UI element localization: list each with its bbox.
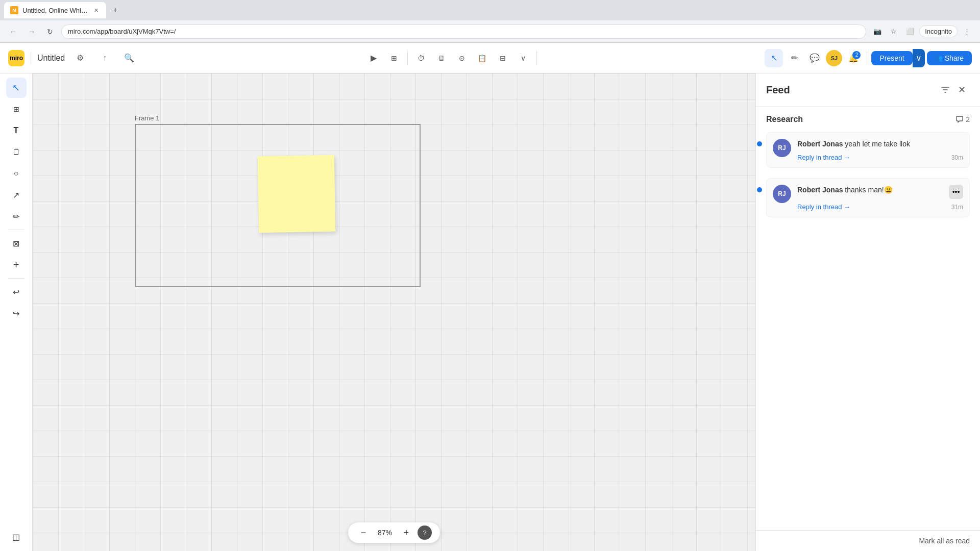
more-options-button[interactable]: ••• [949, 185, 963, 199]
help-button[interactable]: ? [418, 525, 432, 540]
tool-sticky-note[interactable]: 🗒 [6, 142, 27, 162]
tab-title: Untitled, Online Whiteboard for [22, 7, 88, 14]
extension-icon[interactable]: ⬜ [903, 24, 917, 39]
toolbar-divider-2 [536, 51, 537, 65]
feed-item-2: RJ Robert Jonas thanks man!😀 ••• Reply i… [766, 178, 970, 217]
tool-delete[interactable]: ⊠ [6, 233, 27, 254]
header-divider-1 [31, 52, 31, 64]
feed-footer: Mark all as read [756, 530, 980, 551]
tool-arrow-right[interactable]: ▶ [364, 49, 383, 67]
tool-frames[interactable]: ⊞ [385, 49, 403, 67]
canvas-area[interactable]: Frame 1 − 87% + ? [33, 73, 755, 551]
tool-collapse[interactable]: ◫ [6, 527, 27, 547]
tab-bar: M Untitled, Online Whiteboard for ✕ + [0, 0, 980, 20]
app-header: miro Untitled ⚙ ↑ 🔍 ▶ ⊞ ⏱ 🖥 ⊙ 📋 ⊟ ∨ ↖ ✏ … [0, 43, 980, 73]
profile-button[interactable]: Incognito [919, 26, 958, 37]
tool-more[interactable]: ∨ [514, 49, 532, 67]
tool-text[interactable]: T [6, 120, 27, 141]
tool-shapes[interactable]: ○ [6, 163, 27, 184]
frame-label: Frame 1 [135, 114, 421, 122]
feed-section-header: Research 2 [766, 115, 970, 124]
tool-focus[interactable]: ⊙ [453, 49, 471, 67]
left-toolbar: ↖ ⊞ T 🗒 ○ ↗ ✏ ⊠ + ↩ ↪ ◫ [0, 73, 33, 551]
settings-button[interactable]: ⚙ [71, 49, 89, 67]
feed-item-wrapper-1: RJ Robert Jonas yeah let me take llok Re… [766, 132, 970, 168]
unread-dot-1 [757, 141, 762, 146]
board-title[interactable]: Untitled [37, 54, 65, 63]
search-button[interactable]: 🔍 [120, 49, 138, 67]
reload-button[interactable]: ↻ [43, 24, 57, 39]
browser-chrome: M Untitled, Online Whiteboard for ✕ + ← … [0, 0, 980, 43]
zoom-minus-button[interactable]: − [356, 525, 371, 540]
browser-toolbar: ← → ↻ miro.com/app/board/uXjVMqk7Vtw=/ 📷… [0, 20, 980, 43]
feed-item-footer-2: Reply in thread → 31m [797, 203, 963, 211]
feed-item-text-2: Robert Jonas thanks man!😀 [797, 185, 945, 195]
unread-dot-2 [757, 187, 762, 192]
feed-item-1: RJ Robert Jonas yeah let me take llok Re… [766, 132, 970, 168]
feed-comment-count: 2 [955, 115, 970, 123]
present-button[interactable]: Present [871, 51, 912, 65]
feed-item-content-1: Robert Jonas yeah let me take llok Reply… [797, 139, 963, 161]
frame-1[interactable]: Frame 1 [135, 114, 421, 278]
tool-redo[interactable]: ↪ [6, 303, 27, 323]
reply-thread-link-1[interactable]: Reply in thread → [797, 154, 850, 161]
tool-add[interactable]: + [6, 255, 27, 275]
marker-tool[interactable]: ✏ [785, 49, 803, 67]
tab-favicon: M [10, 6, 18, 14]
feed-author-1: Robert Jonas [797, 140, 843, 148]
miro-logo-icon: miro [8, 50, 24, 66]
feed-time-1: 30m [951, 154, 963, 161]
notification-button[interactable]: 🔔 2 [844, 49, 863, 67]
address-bar[interactable]: miro.com/app/board/uXjVMqk7Vtw=/ [61, 24, 866, 39]
browser-toolbar-icons: 📷 ☆ ⬜ Incognito ⋮ [870, 24, 974, 39]
tab-close-button[interactable]: ✕ [92, 6, 100, 14]
menu-icon[interactable]: ⋮ [960, 24, 974, 39]
reply-thread-link-2[interactable]: Reply in thread → [797, 203, 850, 211]
feed-section-title: Research [766, 115, 955, 124]
miro-logo: miro [8, 50, 24, 66]
tool-screen[interactable]: 🖥 [432, 49, 451, 67]
feed-header: Feed ✕ [756, 73, 980, 107]
canvas-grid: Frame 1 [33, 73, 755, 551]
comment-tool[interactable]: 💬 [805, 49, 824, 67]
zoom-bar: − 87% + ? [348, 522, 440, 543]
tool-timer[interactable]: ⏱ [412, 49, 430, 67]
notification-badge: 2 [852, 51, 861, 59]
tool-frames-left[interactable]: ⊞ [6, 99, 27, 119]
back-button[interactable]: ← [6, 24, 20, 39]
tool-cards[interactable]: 📋 [473, 49, 492, 67]
toolbar-divider-3 [867, 51, 867, 65]
feed-filter-button[interactable] [937, 82, 953, 98]
feed-item-wrapper-2: RJ Robert Jonas thanks man!😀 ••• Reply i… [766, 178, 970, 217]
zoom-plus-button[interactable]: + [399, 525, 413, 540]
share-upload-button[interactable]: ↑ [95, 49, 114, 67]
zoom-level: 87% [375, 529, 395, 537]
new-tab-button[interactable]: + [108, 3, 122, 17]
feed-item-body-2: Robert Jonas thanks man!😀 ••• [797, 185, 963, 199]
present-group: Present ∨ [871, 49, 924, 67]
share-button[interactable]: 👥 Share [927, 51, 972, 65]
feed-item-text-1: Robert Jonas yeah let me take llok [797, 139, 963, 149]
feed-panel: Feed ✕ Research 2 RJ Rob [755, 73, 980, 551]
star-icon[interactable]: ☆ [887, 24, 901, 39]
toolbar-separator-2 [8, 278, 24, 279]
forward-button[interactable]: → [24, 24, 39, 39]
feed-item-footer-1: Reply in thread → 30m [797, 154, 963, 161]
tool-arrow[interactable]: ↗ [6, 185, 27, 205]
user-avatar[interactable]: SJ [826, 50, 842, 66]
active-tab[interactable]: M Untitled, Online Whiteboard for ✕ [4, 2, 106, 18]
cursor-tool[interactable]: ↖ [765, 49, 783, 67]
tool-select[interactable]: ↖ [6, 78, 27, 98]
tool-table[interactable]: ⊟ [494, 49, 512, 67]
tool-pen[interactable]: ✏ [6, 206, 27, 227]
right-toolbar: ↖ ✏ 💬 SJ 🔔 2 Present ∨ 👥 Share [765, 49, 972, 67]
toolbar-divider-1 [407, 51, 408, 65]
feed-close-button[interactable]: ✕ [953, 82, 970, 98]
feed-item-content-2: Robert Jonas thanks man!😀 ••• Reply in t… [797, 185, 963, 211]
mark-all-read-button[interactable]: Mark all as read [919, 537, 970, 545]
sticky-note[interactable] [258, 155, 336, 233]
center-toolbar: ▶ ⊞ ⏱ 🖥 ⊙ 📋 ⊟ ∨ [364, 49, 539, 67]
tool-undo[interactable]: ↩ [6, 282, 27, 302]
present-chevron[interactable]: ∨ [913, 49, 925, 67]
camera-icon[interactable]: 📷 [870, 24, 885, 39]
